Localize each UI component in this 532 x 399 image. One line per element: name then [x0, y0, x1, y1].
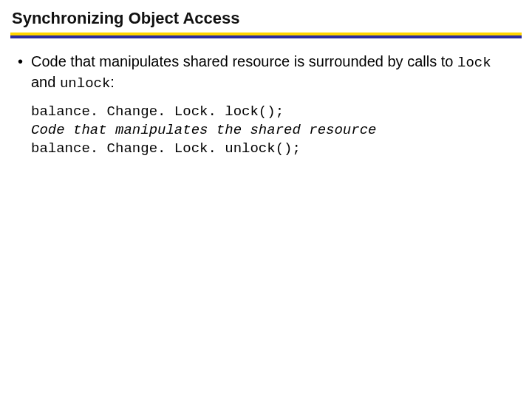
slide: Synchronizing Object Access Code that ma… [0, 0, 532, 399]
bullet-item: Code that manipulates shared resource is… [31, 52, 519, 92]
slide-title: Synchronizing Object Access [12, 9, 522, 28]
title-underline-yellow: Synchronizing Object Access [10, 9, 522, 35]
inline-code-unlock: unlock [60, 75, 110, 92]
bullet-text-mid: and [31, 74, 60, 90]
bullet-text-post: : [110, 74, 115, 90]
code-line-2: Code that manipulates the shared resourc… [31, 122, 376, 138]
code-block: balance. Change. Lock. lock(); Code that… [31, 103, 522, 157]
inline-code-lock: lock [457, 55, 491, 71]
bullet-text-pre: Code that manipulates shared resource is… [31, 53, 457, 69]
code-line-3: balance. Change. Lock. unlock(); [31, 140, 301, 157]
title-underline-blue: Synchronizing Object Access [10, 9, 522, 38]
code-line-1: balance. Change. Lock. lock(); [31, 103, 284, 120]
body-list: Code that manipulates shared resource is… [13, 52, 519, 92]
